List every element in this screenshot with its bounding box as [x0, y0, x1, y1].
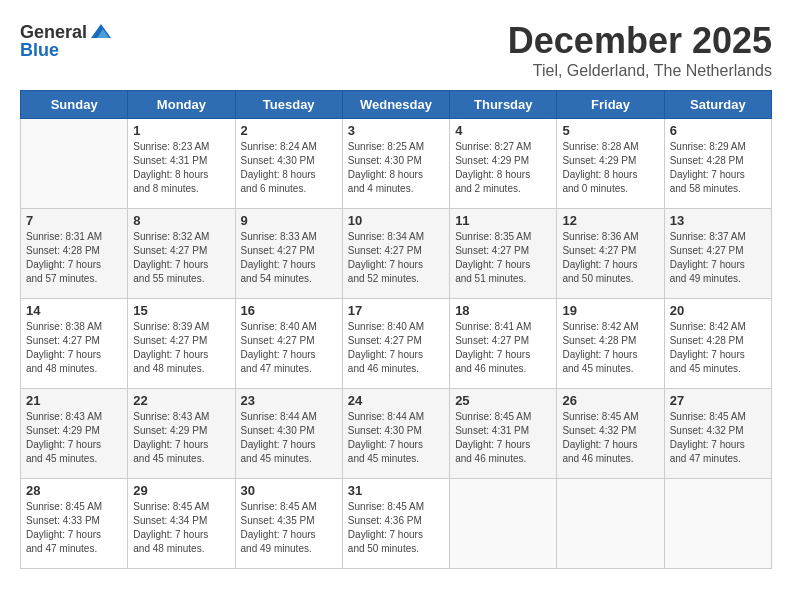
day-number: 10: [348, 213, 444, 228]
calendar-cell: 22Sunrise: 8:43 AMSunset: 4:29 PMDayligh…: [128, 389, 235, 479]
daylight-hours: Daylight: 7 hours: [455, 259, 530, 270]
day-info: Sunrise: 8:45 AMSunset: 4:32 PMDaylight:…: [562, 410, 658, 466]
daylight-hours: Daylight: 7 hours: [670, 439, 745, 450]
calendar-cell: 15Sunrise: 8:39 AMSunset: 4:27 PMDayligh…: [128, 299, 235, 389]
day-info: Sunrise: 8:25 AMSunset: 4:30 PMDaylight:…: [348, 140, 444, 196]
daylight-hours: Daylight: 7 hours: [348, 529, 423, 540]
day-info: Sunrise: 8:33 AMSunset: 4:27 PMDaylight:…: [241, 230, 337, 286]
calendar-cell: 9Sunrise: 8:33 AMSunset: 4:27 PMDaylight…: [235, 209, 342, 299]
day-number: 19: [562, 303, 658, 318]
day-number: 31: [348, 483, 444, 498]
day-number: 6: [670, 123, 766, 138]
day-info: Sunrise: 8:23 AMSunset: 4:31 PMDaylight:…: [133, 140, 229, 196]
day-header-sunday: Sunday: [21, 91, 128, 119]
day-number: 15: [133, 303, 229, 318]
daylight-hours: Daylight: 7 hours: [133, 529, 208, 540]
daylight-hours: Daylight: 8 hours: [241, 169, 316, 180]
calendar-cell: [450, 479, 557, 569]
day-number: 12: [562, 213, 658, 228]
day-info: Sunrise: 8:29 AMSunset: 4:28 PMDaylight:…: [670, 140, 766, 196]
day-info: Sunrise: 8:40 AMSunset: 4:27 PMDaylight:…: [241, 320, 337, 376]
day-number: 28: [26, 483, 122, 498]
daylight-hours: Daylight: 7 hours: [348, 439, 423, 450]
calendar-cell: 17Sunrise: 8:40 AMSunset: 4:27 PMDayligh…: [342, 299, 449, 389]
day-info: Sunrise: 8:34 AMSunset: 4:27 PMDaylight:…: [348, 230, 444, 286]
daylight-hours: Daylight: 7 hours: [670, 169, 745, 180]
day-info: Sunrise: 8:42 AMSunset: 4:28 PMDaylight:…: [670, 320, 766, 376]
calendar-cell: 12Sunrise: 8:36 AMSunset: 4:27 PMDayligh…: [557, 209, 664, 299]
calendar-cell: 11Sunrise: 8:35 AMSunset: 4:27 PMDayligh…: [450, 209, 557, 299]
calendar-cell: 24Sunrise: 8:44 AMSunset: 4:30 PMDayligh…: [342, 389, 449, 479]
calendar-week-row: 1Sunrise: 8:23 AMSunset: 4:31 PMDaylight…: [21, 119, 772, 209]
daylight-hours: Daylight: 7 hours: [241, 259, 316, 270]
day-number: 26: [562, 393, 658, 408]
daylight-hours: Daylight: 8 hours: [562, 169, 637, 180]
day-info: Sunrise: 8:42 AMSunset: 4:28 PMDaylight:…: [562, 320, 658, 376]
daylight-hours: Daylight: 7 hours: [670, 349, 745, 360]
day-info: Sunrise: 8:36 AMSunset: 4:27 PMDaylight:…: [562, 230, 658, 286]
day-info: Sunrise: 8:37 AMSunset: 4:27 PMDaylight:…: [670, 230, 766, 286]
daylight-hours: Daylight: 8 hours: [455, 169, 530, 180]
day-header-friday: Friday: [557, 91, 664, 119]
day-info: Sunrise: 8:40 AMSunset: 4:27 PMDaylight:…: [348, 320, 444, 376]
calendar-week-row: 7Sunrise: 8:31 AMSunset: 4:28 PMDaylight…: [21, 209, 772, 299]
calendar-cell: 26Sunrise: 8:45 AMSunset: 4:32 PMDayligh…: [557, 389, 664, 479]
day-number: 25: [455, 393, 551, 408]
day-info: Sunrise: 8:28 AMSunset: 4:29 PMDaylight:…: [562, 140, 658, 196]
daylight-hours: Daylight: 7 hours: [241, 439, 316, 450]
daylight-hours: Daylight: 7 hours: [26, 439, 101, 450]
day-header-saturday: Saturday: [664, 91, 771, 119]
day-number: 22: [133, 393, 229, 408]
calendar-week-row: 28Sunrise: 8:45 AMSunset: 4:33 PMDayligh…: [21, 479, 772, 569]
calendar-cell: 29Sunrise: 8:45 AMSunset: 4:34 PMDayligh…: [128, 479, 235, 569]
day-info: Sunrise: 8:41 AMSunset: 4:27 PMDaylight:…: [455, 320, 551, 376]
day-info: Sunrise: 8:27 AMSunset: 4:29 PMDaylight:…: [455, 140, 551, 196]
day-number: 27: [670, 393, 766, 408]
calendar-header-row: SundayMondayTuesdayWednesdayThursdayFrid…: [21, 91, 772, 119]
day-info: Sunrise: 8:45 AMSunset: 4:36 PMDaylight:…: [348, 500, 444, 556]
day-number: 17: [348, 303, 444, 318]
day-info: Sunrise: 8:45 AMSunset: 4:33 PMDaylight:…: [26, 500, 122, 556]
daylight-hours: Daylight: 7 hours: [348, 349, 423, 360]
calendar-cell: 10Sunrise: 8:34 AMSunset: 4:27 PMDayligh…: [342, 209, 449, 299]
day-number: 14: [26, 303, 122, 318]
day-number: 21: [26, 393, 122, 408]
day-info: Sunrise: 8:38 AMSunset: 4:27 PMDaylight:…: [26, 320, 122, 376]
logo: General Blue: [20, 20, 113, 61]
day-info: Sunrise: 8:43 AMSunset: 4:29 PMDaylight:…: [133, 410, 229, 466]
day-info: Sunrise: 8:24 AMSunset: 4:30 PMDaylight:…: [241, 140, 337, 196]
calendar-cell: 19Sunrise: 8:42 AMSunset: 4:28 PMDayligh…: [557, 299, 664, 389]
calendar-cell: 13Sunrise: 8:37 AMSunset: 4:27 PMDayligh…: [664, 209, 771, 299]
day-number: 20: [670, 303, 766, 318]
day-info: Sunrise: 8:44 AMSunset: 4:30 PMDaylight:…: [241, 410, 337, 466]
day-number: 23: [241, 393, 337, 408]
calendar-cell: 31Sunrise: 8:45 AMSunset: 4:36 PMDayligh…: [342, 479, 449, 569]
daylight-hours: Daylight: 7 hours: [562, 259, 637, 270]
calendar-cell: 4Sunrise: 8:27 AMSunset: 4:29 PMDaylight…: [450, 119, 557, 209]
daylight-hours: Daylight: 8 hours: [133, 169, 208, 180]
calendar-cell: 7Sunrise: 8:31 AMSunset: 4:28 PMDaylight…: [21, 209, 128, 299]
title-area: December 2025 Tiel, Gelderland, The Neth…: [508, 20, 772, 80]
day-number: 11: [455, 213, 551, 228]
day-info: Sunrise: 8:32 AMSunset: 4:27 PMDaylight:…: [133, 230, 229, 286]
day-number: 5: [562, 123, 658, 138]
daylight-hours: Daylight: 7 hours: [562, 349, 637, 360]
day-number: 1: [133, 123, 229, 138]
calendar-cell: 8Sunrise: 8:32 AMSunset: 4:27 PMDaylight…: [128, 209, 235, 299]
calendar-cell: 20Sunrise: 8:42 AMSunset: 4:28 PMDayligh…: [664, 299, 771, 389]
day-info: Sunrise: 8:44 AMSunset: 4:30 PMDaylight:…: [348, 410, 444, 466]
daylight-hours: Daylight: 8 hours: [348, 169, 423, 180]
calendar-cell: [664, 479, 771, 569]
day-header-monday: Monday: [128, 91, 235, 119]
day-number: 13: [670, 213, 766, 228]
calendar-cell: 30Sunrise: 8:45 AMSunset: 4:35 PMDayligh…: [235, 479, 342, 569]
daylight-hours: Daylight: 7 hours: [241, 349, 316, 360]
calendar-cell: 25Sunrise: 8:45 AMSunset: 4:31 PMDayligh…: [450, 389, 557, 479]
day-number: 4: [455, 123, 551, 138]
calendar-cell: 27Sunrise: 8:45 AMSunset: 4:32 PMDayligh…: [664, 389, 771, 479]
day-number: 2: [241, 123, 337, 138]
logo-icon: [89, 20, 113, 44]
day-info: Sunrise: 8:45 AMSunset: 4:32 PMDaylight:…: [670, 410, 766, 466]
daylight-hours: Daylight: 7 hours: [348, 259, 423, 270]
calendar-table: SundayMondayTuesdayWednesdayThursdayFrid…: [20, 90, 772, 569]
